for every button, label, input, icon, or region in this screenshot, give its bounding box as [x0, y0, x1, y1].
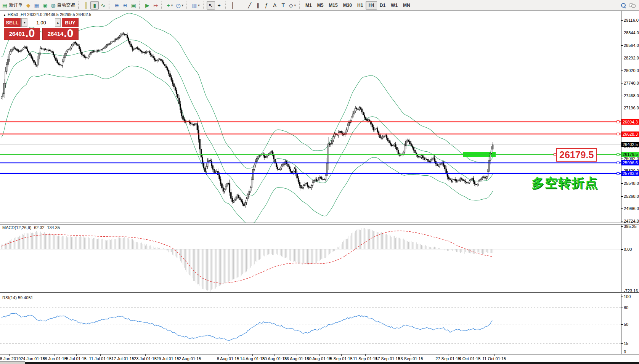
zoom-out-button[interactable]: ⊖: [121, 1, 129, 10]
pane-separator[interactable]: [0, 292, 639, 294]
callout-anchor-marker[interactable]: [554, 153, 556, 156]
rsi-pane-canvas[interactable]: [0, 294, 621, 354]
zoom-in-icon: ⊕: [115, 3, 119, 8]
time-axis[interactable]: 18 Jun 201924 Jun 01:1528 Jun 01:155 Jul…: [0, 354, 639, 362]
time-label: 29 Jul 01:15: [156, 356, 179, 361]
crosshair-button[interactable]: +: [215, 1, 223, 10]
buy-price-button[interactable]: 26414.0: [42, 28, 79, 40]
collapse-panel-icon[interactable]: ▲: [3, 13, 6, 17]
timeframe-h4-button[interactable]: H4: [366, 1, 377, 10]
buy-button[interactable]: BUY: [62, 18, 79, 27]
sell-price-main: 26401: [9, 29, 25, 39]
dropdown-caret-icon: ▾: [181, 3, 183, 7]
main-chart-canvas[interactable]: [0, 11, 621, 223]
channel-button[interactable]: ∥: [254, 1, 262, 10]
time-label: 17 Sep 01:15: [375, 356, 400, 361]
periods-button[interactable]: ◷▾: [174, 1, 185, 10]
chinese-annotation[interactable]: 多空转折点: [531, 175, 598, 192]
time-tick: [297, 354, 297, 356]
trendline-icon: ╱: [248, 3, 251, 8]
line-chart-button[interactable]: ∿: [99, 1, 107, 10]
templates-button[interactable]: ▥▾: [190, 1, 201, 10]
zoom-in-button[interactable]: ⊕: [112, 1, 121, 10]
rsi-scale-label: 80: [624, 305, 628, 310]
new-order-button[interactable]: ▤新订单: [1, 1, 24, 10]
channel-icon: ∥: [257, 3, 259, 8]
time-tick: [9, 354, 10, 356]
toolbar-grip: [109, 2, 111, 9]
timeframe-m1-button[interactable]: M1: [303, 1, 315, 10]
fibonacci-icon: ƒ: [265, 3, 268, 8]
auto-trading-button-label: 自动交易: [57, 2, 75, 8]
time-label: 27 Sep 01:15: [435, 356, 460, 361]
line-price-label: 26628.3: [621, 131, 639, 137]
cursor-button[interactable]: ↖: [207, 1, 215, 10]
time-tick: [275, 354, 275, 356]
text-button[interactable]: A: [271, 1, 279, 10]
timeframe-d1-button[interactable]: D1: [377, 1, 388, 10]
time-tick: [388, 354, 388, 356]
periods-icon: ◷: [176, 3, 180, 8]
sell-price-button[interactable]: 26401.0: [4, 28, 40, 40]
text-label-button[interactable]: T: [279, 1, 287, 10]
macd-pane-canvas[interactable]: [0, 224, 621, 292]
time-tick: [470, 354, 470, 356]
timeframe-m5-button[interactable]: M5: [315, 1, 326, 10]
price-tick-label: 25548.0: [624, 181, 639, 186]
auto-scroll-button[interactable]: ▶: [143, 1, 151, 10]
signals-button[interactable]: ◉: [41, 1, 49, 10]
new-order-button-label: 新订单: [9, 2, 22, 8]
line-price-label: 25763.9: [621, 171, 639, 176]
toolbar-grip: [299, 2, 301, 9]
sell-button[interactable]: SELL: [4, 18, 21, 27]
arrows-button[interactable]: ◇▾: [287, 1, 297, 10]
toolbar-grip: [139, 2, 141, 9]
time-label: 23 Sep 01:15: [398, 356, 423, 361]
time-tick: [55, 354, 55, 356]
market-watch-button[interactable]: ▦: [32, 1, 41, 10]
add-indicator-button[interactable]: +▾: [165, 1, 174, 10]
time-label: 5 Sep 01:15: [330, 356, 352, 361]
pane-separator[interactable]: [0, 223, 639, 224]
bar-chart-button[interactable]: ║: [82, 1, 90, 10]
toolbar-grip: [186, 2, 189, 9]
timeframe-m15-button[interactable]: M15: [326, 1, 340, 10]
horizontal-line-button[interactable]: —: [237, 1, 246, 10]
macd-scale-label: 395.25: [624, 224, 637, 229]
timeframe-m30-button[interactable]: M30: [340, 1, 355, 10]
terminal-window: ▤新订单◆▦◉◍自动交易║▮∿⊕⊖▣▶↦+▾◷▾▥▾↖+│—╱∥ƒAT◇▾M1M…: [0, 0, 639, 364]
macd-scale-label: 0.00: [624, 247, 632, 252]
timeframe-mn-button[interactable]: MN: [400, 1, 413, 10]
rsi-pane-border: [0, 354, 639, 354]
toolbar-grip: [225, 2, 227, 9]
market-watch-icon: ▦: [34, 3, 39, 8]
auto-trading-button[interactable]: ◍自动交易: [49, 1, 77, 10]
line-price-label: 25996.6: [621, 160, 639, 165]
time-label: 11 Sep 01:15: [353, 356, 378, 361]
time-label: 11 Oct 01:15: [482, 356, 506, 361]
timeframe-w1-button[interactable]: W1: [388, 1, 400, 10]
chart-shift-button[interactable]: ↦: [151, 1, 160, 10]
rsi-label: RSI(14) 59.4051: [2, 295, 33, 300]
volume-input[interactable]: [27, 18, 55, 27]
price-tick-label: 28564.0: [624, 43, 639, 48]
time-tick: [100, 354, 101, 356]
tile-windows-button[interactable]: ▣: [129, 1, 138, 10]
line-price-label: 26894.3: [621, 119, 639, 125]
fibonacci-button[interactable]: ƒ: [262, 1, 271, 10]
time-label: 23 Jul 01:15: [134, 356, 157, 361]
highlighter-button[interactable]: ◆: [24, 1, 32, 10]
candlestick-button[interactable]: ▮: [90, 1, 99, 10]
timeframe-h1-button[interactable]: H1: [355, 1, 366, 10]
price-axis[interactable]: 29116.028844.028564.028292.028020.027740…: [621, 0, 639, 354]
one-click-trading-panel: SELL ▼ ▲ BUY 26401.0 26414.0: [4, 18, 79, 40]
window-bottom-edge: [25, 362, 639, 364]
trendline-button[interactable]: ╱: [246, 1, 254, 10]
price-tick-label: 28844.0: [624, 30, 639, 35]
time-label: 2 Aug 01:15: [179, 356, 201, 361]
volume-decrease-button[interactable]: ▼: [22, 18, 27, 27]
candlestick-icon: ▮: [93, 3, 96, 8]
volume-increase-button[interactable]: ▲: [55, 18, 61, 27]
price-callout-label[interactable]: 26179.5: [556, 148, 597, 162]
vertical-line-button[interactable]: │: [229, 1, 237, 10]
